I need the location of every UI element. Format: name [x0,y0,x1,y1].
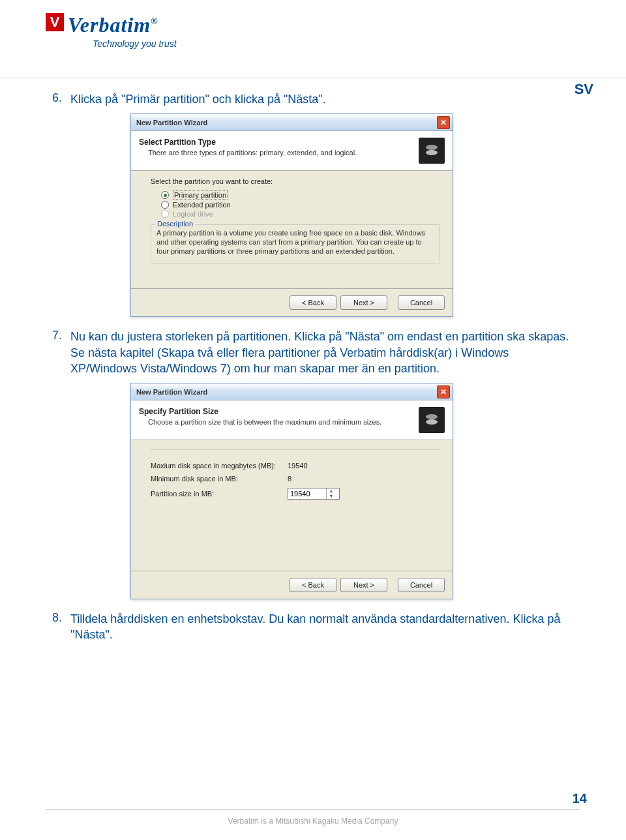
svg-point-0 [426,145,438,150]
dialog-title: New Partition Wizard [136,388,437,396]
field-label: Minimum disk space in MB: [151,475,288,483]
spinner-arrows[interactable]: ▲ ▼ [326,488,336,499]
field-value: 19540 [288,462,340,470]
back-button[interactable]: < Back [290,578,336,592]
disk-icon [419,407,445,433]
brand-name: Verbatim® [68,13,177,37]
step-text: Nu kan du justera storleken på partition… [70,329,574,376]
radio-logical-drive: Logical drive [161,210,440,218]
field-partition-size: Partition size in MB: ▲ ▼ [151,488,440,500]
step-6: 6. Klicka på "Primär partition" och klic… [52,91,574,107]
wizard-head-title: Select Partition Type [139,138,419,147]
description-text: A primary partition is a volume you crea… [156,229,434,256]
dialog-titlebar: New Partition Wizard ✕ [131,383,453,400]
dialog-titlebar: New Partition Wizard ✕ [131,114,453,131]
close-icon[interactable]: ✕ [437,116,450,129]
svg-point-1 [426,150,438,155]
field-label: Partition size in MB: [151,490,288,498]
radio-extended-partition[interactable]: Extended partition [161,201,440,209]
radio-icon [161,201,169,209]
step-7: 7. Nu kan du justera storleken på partit… [52,329,574,376]
radio-primary-partition[interactable]: Primary partition [161,190,440,200]
chevron-up-icon[interactable]: ▲ [327,488,336,494]
brand-tagline: Technology you trust [93,38,177,49]
field-value: 8 [288,475,340,483]
cancel-button[interactable]: Cancel [398,295,445,310]
disk-icon [419,138,445,164]
svg-point-3 [426,419,438,425]
wizard-head-sub: There are three types of partitions: pri… [148,149,419,157]
field-min-space: Minimum disk space in MB: 8 [151,475,440,483]
wizard-header: Select Partition Type There are three ty… [131,131,453,171]
wizard-head-title: Specify Partition Size [139,407,419,416]
svg-point-2 [426,414,438,419]
step-8: 8. Tilldela hårddisken en enhetsbokstav.… [52,611,574,643]
wizard-footer: < Back Next > Cancel [131,288,453,316]
partition-size-input[interactable]: ▲ ▼ [288,488,340,500]
step-number: 7. [52,329,70,342]
wizard-head-sub: Choose a partition size that is between … [148,418,419,426]
page-number: 14 [573,791,587,806]
next-button[interactable]: Next > [340,295,387,310]
radio-label: Logical drive [173,210,213,218]
footer-divider [46,809,580,810]
field-max-space: Maxium disk space in megabytes (MB): 195… [151,462,440,470]
radio-icon [161,191,169,199]
logo-mark: V [46,13,64,31]
field-label: Maxium disk space in megabytes (MB): [151,462,288,470]
step-number: 8. [52,611,70,625]
wizard-header: Specify Partition Size Choose a partitio… [131,400,453,440]
chevron-down-icon[interactable]: ▼ [327,494,336,499]
description-group: Description A primary partition is a vol… [151,224,440,263]
wizard-dialog-select-type: New Partition Wizard ✕ Select Partition … [130,113,453,317]
radio-label: Primary partition [173,190,228,200]
size-input[interactable] [288,490,326,498]
wizard-footer: < Back Next > Cancel [131,571,453,599]
page-header: V Verbatim® Technology you trust [0,0,626,78]
radio-icon [161,210,169,218]
radio-label: Extended partition [173,201,231,209]
step-number: 6. [52,91,70,105]
description-legend: Description [155,220,195,228]
step-text: Klicka på "Primär partition" och klicka … [70,91,326,107]
dialog-title: New Partition Wizard [136,119,437,127]
page-footer-text: Verbatim is a Mitsubishi Kagaku Media Co… [0,817,626,826]
language-badge: SV [574,81,593,98]
step-text: Tilldela hårddisken en enhetsbokstav. Du… [70,611,574,643]
prompt-label: Select the partition you want to create: [151,177,440,185]
back-button[interactable]: < Back [290,295,336,310]
cancel-button[interactable]: Cancel [398,578,445,592]
close-icon[interactable]: ✕ [437,385,450,398]
next-button[interactable]: Next > [340,578,387,592]
wizard-dialog-specify-size: New Partition Wizard ✕ Specify Partition… [130,383,453,599]
